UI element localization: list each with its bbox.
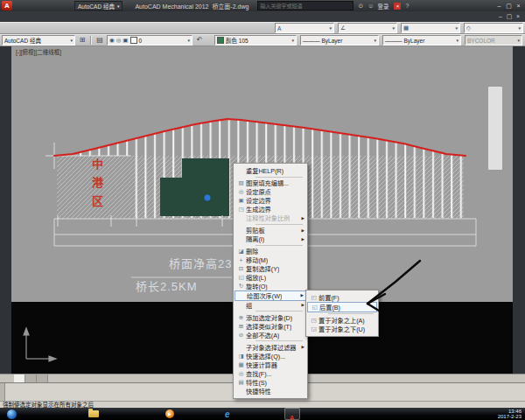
menu-item-properties[interactable]: ▤ 特性(S) bbox=[234, 378, 306, 387]
menu-item-hatch-edit[interactable]: ▨ 图案填充编辑... bbox=[234, 178, 306, 187]
length-note: 桥长2.5KM bbox=[136, 277, 198, 294]
document-window-controls: – ▢ × bbox=[496, 13, 522, 20]
taskbar-clock[interactable]: 13:46 2017-2-23 bbox=[498, 409, 522, 420]
submenu-item-send-to-back[interactable]: ◱ 后置(B) bbox=[307, 302, 377, 312]
menu-item-icon: ◪ bbox=[236, 248, 246, 255]
menu-item-icon: ◎ bbox=[236, 188, 246, 195]
context-menu: 重复HELP(R) ▨ 图案填充编辑... ◎ 设定原点 ▣ 设定边界 ◳ 生成… bbox=[233, 163, 308, 399]
menu-item-icon: ◲ bbox=[309, 326, 318, 332]
menu-item-move[interactable]: + 移动(M) bbox=[234, 256, 306, 264]
window-controls: – ▢ × bbox=[494, 1, 523, 10]
submenu-item-bring-to-front[interactable]: ◰ 前置(F) bbox=[307, 293, 377, 302]
color-label: 颜色 105 bbox=[226, 36, 248, 45]
chevron-down-icon: ▾ bbox=[67, 38, 73, 43]
menu-item-draw-order[interactable]: 绘图次序(W) ▶ bbox=[234, 290, 306, 301]
menu-item-clipboard[interactable]: 剪贴板 ▶ bbox=[234, 226, 306, 234]
lineweight-value: ByLayer bbox=[404, 38, 425, 44]
minimize-button[interactable]: – bbox=[494, 1, 504, 10]
layer-dropdown[interactable]: ◉ ◎ ▣ 0 ▾ bbox=[107, 35, 192, 46]
menu-item-find[interactable]: ◎ 查找(F)... bbox=[234, 369, 306, 378]
menu-item-quickcalc[interactable]: ▦ 快速计算器 bbox=[234, 360, 306, 369]
workspace-switch-dropdown[interactable]: AutoCAD 经典 ▾ bbox=[2, 35, 75, 46]
chevron-down-icon: ▾ bbox=[515, 25, 521, 31]
menu-item-subobject-filter[interactable]: 子对象选择过滤器 ▶ bbox=[234, 343, 306, 352]
workspace-settings-icon[interactable]: ⊞ bbox=[77, 35, 88, 46]
exchange-apps-icon[interactable]: × bbox=[394, 3, 401, 10]
menu-item-deselect-all[interactable]: ⊘ 全部不选(A) bbox=[234, 331, 306, 340]
search-icon[interactable]: ⊙ bbox=[358, 3, 363, 10]
layer-lock-icon: ▣ bbox=[122, 37, 128, 44]
explorer-taskbar-icon[interactable] bbox=[88, 410, 99, 417]
style-icon: A bbox=[277, 25, 281, 32]
start-button[interactable] bbox=[7, 410, 17, 419]
menu-item-icon: ▨ bbox=[236, 179, 246, 186]
submenu-item-send-under[interactable]: ◲ 置于对象之下(U) bbox=[307, 325, 377, 333]
dim-style-dropdown[interactable]: ∠ ▾ bbox=[338, 23, 397, 33]
viewport-controls-label[interactable]: [-][俯视][二维线框] bbox=[16, 47, 61, 56]
menu-item-icon: ◱ bbox=[236, 274, 246, 281]
autocad-logo-icon[interactable]: A bbox=[2, 1, 12, 10]
menu-item-repeat-help[interactable]: 重复HELP(R) bbox=[234, 166, 306, 175]
internet-explorer-taskbar-icon[interactable]: e bbox=[225, 410, 230, 419]
layer-manager-icon[interactable]: ▤ bbox=[94, 35, 105, 46]
draw-order-submenu: ◰ 前置(F) ◱ 后置(B) ◳ 置于对象之上(A) ◲ 置于对象之下(U) bbox=[305, 290, 379, 337]
chevron-down-icon: ▾ bbox=[117, 4, 120, 9]
restore-button[interactable]: ▢ bbox=[504, 1, 514, 10]
lineweight-dropdown[interactable]: ——— ByLayer ▾ bbox=[382, 35, 461, 46]
plotstyle-value: BYCOLOR bbox=[467, 38, 495, 44]
window-title: AutoCAD Mechanical 2012 桥立面-2.dwg bbox=[135, 2, 248, 10]
chevron-down-icon: ▾ bbox=[453, 38, 458, 43]
menu-item-select-similar[interactable]: ⊞ 选择类似对象(T) bbox=[234, 322, 306, 331]
media-player-taskbar-icon[interactable]: ▶ bbox=[165, 410, 174, 418]
menu-item-icon: ⊞ bbox=[236, 323, 246, 330]
linetype-dropdown[interactable]: ——— ByLayer ▾ bbox=[300, 35, 379, 46]
linetype-sample: ——— bbox=[303, 38, 320, 44]
doc-minimize-button[interactable]: – bbox=[496, 13, 505, 20]
search-input[interactable] bbox=[258, 4, 353, 9]
menu-item-icon: ↻ bbox=[236, 283, 246, 290]
text-style-dropdown[interactable]: A ▾ bbox=[275, 23, 334, 33]
doc-close-button[interactable]: × bbox=[514, 13, 522, 20]
menu-item-group[interactable]: 组 ▶ bbox=[234, 301, 306, 310]
table-style-dropdown[interactable]: ▦ ▾ bbox=[401, 23, 460, 33]
style-icon: ∠ bbox=[340, 24, 346, 32]
menu-item-isolate[interactable]: 隔离(I) ▶ bbox=[234, 234, 306, 243]
color-dropdown[interactable]: 颜色 105 ▾ bbox=[214, 35, 297, 46]
help-icon[interactable]: ? bbox=[405, 3, 409, 9]
layer-name: 0 bbox=[139, 38, 143, 44]
submenu-item-bring-above[interactable]: ◳ 置于对象之上(A) bbox=[307, 316, 377, 325]
style-icon: ▦ bbox=[403, 24, 409, 32]
menu-item-copy-selection[interactable]: ⊡ 复制选择(Y) bbox=[234, 264, 306, 273]
draw-toolbar bbox=[0, 46, 11, 374]
menu-item-generate-boundary[interactable]: ◳ 生成边界 bbox=[234, 205, 306, 214]
menu-item-scale[interactable]: ◱ 缩放(L) bbox=[234, 273, 306, 282]
command-grip[interactable] bbox=[0, 383, 5, 402]
layer-previous-icon[interactable]: ↶ bbox=[194, 35, 205, 46]
menu-item-icon: ▤ bbox=[236, 379, 246, 386]
menu-item-quick-select[interactable]: ◨ 快速选择(Q)... bbox=[234, 352, 306, 360]
close-button[interactable]: × bbox=[514, 1, 523, 10]
submenu-arrow-icon: ▶ bbox=[300, 228, 304, 233]
submenu-arrow-icon: ▶ bbox=[300, 237, 304, 242]
autocad-taskbar-icon[interactable]: A bbox=[284, 408, 300, 420]
menu-item-add-selected[interactable]: ⊕ 添加选定对象(D) bbox=[234, 313, 306, 322]
menu-item-erase[interactable]: ◪ 删除 bbox=[234, 247, 306, 256]
submenu-arrow-icon: ▶ bbox=[300, 216, 304, 220]
menu-item-rotate[interactable]: ↻ 旋转(O) bbox=[234, 282, 306, 290]
doc-restore-button[interactable]: ▢ bbox=[505, 13, 514, 20]
mleader-style-dropdown[interactable]: ◇ ▾ bbox=[464, 23, 523, 33]
user-icon[interactable]: ☺ bbox=[368, 3, 374, 9]
menu-item-icon: ⊡ bbox=[236, 265, 246, 272]
zone-label: 中港区 bbox=[88, 158, 105, 214]
layer-color-swatch bbox=[130, 37, 137, 44]
menu-item-set-origin[interactable]: ◎ 设定原点 bbox=[234, 187, 306, 196]
menu-item-set-boundary[interactable]: ▣ 设定边界 bbox=[234, 196, 306, 205]
menu-item-quick-properties[interactable]: 快捷特性 bbox=[234, 387, 306, 396]
sign-in-link[interactable]: 登录 bbox=[377, 2, 388, 10]
workspace-dropdown[interactable]: AutoCAD 经典 ▾ bbox=[74, 1, 122, 10]
menu-item-annotative-scale[interactable]: 注释性对象比例 ▶ bbox=[234, 214, 306, 222]
submenu-arrow-icon: ▶ bbox=[300, 303, 304, 307]
clearance-note: 桥面净高23 bbox=[169, 255, 232, 271]
properties-toolbar-row: AutoCAD 经典 ▾ ⊞ ▤ ◉ ◎ ▣ 0 ▾ ↶ 颜色 105 ▾ ——… bbox=[0, 34, 525, 46]
menu-item-icon: ⊕ bbox=[236, 314, 246, 321]
